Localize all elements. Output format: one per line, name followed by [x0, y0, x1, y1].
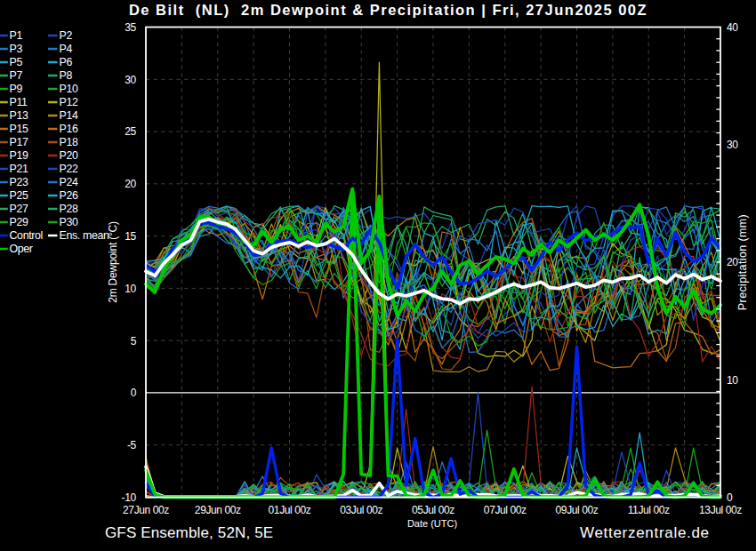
svg-text:P19: P19 — [10, 149, 28, 162]
svg-text:P8: P8 — [60, 69, 73, 82]
svg-text:De Bilt (NL) 2m Dewpoint & P: De Bilt (NL) 2m Dewpoint & Precipitation… — [129, 2, 647, 18]
svg-text:Oper: Oper — [10, 243, 33, 255]
svg-text:01Jul 00z: 01Jul 00z — [269, 504, 311, 516]
svg-text:P15: P15 — [10, 123, 28, 135]
svg-text:P5: P5 — [10, 56, 23, 68]
svg-text:P14: P14 — [60, 109, 78, 122]
svg-text:P30: P30 — [60, 216, 78, 228]
svg-text:Precipitation (mm): Precipitation (mm) — [736, 214, 749, 310]
svg-text:P25: P25 — [10, 189, 28, 202]
svg-text:13Jul 00z: 13Jul 00z — [699, 504, 742, 516]
svg-text:P18: P18 — [60, 136, 78, 148]
svg-text:P21: P21 — [10, 163, 28, 175]
svg-text:P16: P16 — [60, 123, 78, 135]
svg-text:P4: P4 — [60, 43, 73, 55]
svg-text:P3: P3 — [10, 43, 23, 55]
svg-text:5: 5 — [131, 335, 137, 347]
svg-text:27Jun 00z: 27Jun 00z — [123, 504, 169, 516]
svg-text:P6: P6 — [60, 56, 73, 68]
svg-text:-10: -10 — [122, 491, 137, 504]
svg-text:P7: P7 — [10, 69, 23, 82]
svg-text:07Jul 00z: 07Jul 00z — [484, 504, 527, 516]
svg-text:-5: -5 — [127, 439, 137, 451]
svg-text:P26: P26 — [60, 189, 78, 202]
svg-text:11Jul 00z: 11Jul 00z — [628, 504, 670, 516]
svg-text:10: 10 — [727, 374, 738, 387]
svg-text:Ens. mean: Ens. mean — [60, 229, 110, 242]
svg-text:P11: P11 — [10, 96, 28, 108]
svg-text:25: 25 — [125, 125, 136, 138]
svg-text:40: 40 — [727, 21, 738, 34]
svg-text:Date (UTC): Date (UTC) — [407, 518, 457, 529]
svg-text:09Jul 00z: 09Jul 00z — [556, 504, 599, 516]
svg-text:20: 20 — [125, 178, 136, 190]
svg-text:P10: P10 — [60, 83, 78, 95]
svg-text:P1: P1 — [10, 29, 23, 42]
svg-text:30: 30 — [125, 74, 136, 86]
svg-text:Wetterzentrale.de: Wetterzentrale.de — [580, 524, 710, 541]
svg-text:P28: P28 — [60, 203, 78, 215]
svg-text:Control: Control — [10, 229, 44, 242]
svg-text:10: 10 — [125, 283, 136, 295]
svg-text:P22: P22 — [60, 163, 78, 175]
svg-text:P13: P13 — [10, 109, 28, 122]
svg-text:03Jul 00z: 03Jul 00z — [340, 504, 382, 516]
svg-text:29Jun 00z: 29Jun 00z — [195, 504, 241, 516]
svg-text:P29: P29 — [10, 216, 28, 228]
svg-text:P20: P20 — [60, 149, 78, 162]
svg-text:05Jul 00z: 05Jul 00z — [412, 504, 454, 516]
svg-text:P12: P12 — [60, 96, 78, 108]
svg-text:35: 35 — [125, 21, 136, 34]
svg-text:P2: P2 — [60, 29, 73, 42]
svg-text:30: 30 — [727, 139, 738, 151]
svg-text:P24: P24 — [60, 176, 78, 188]
svg-text:GFS Ensemble, 52N, 5E: GFS Ensemble, 52N, 5E — [105, 524, 273, 541]
svg-text:P27: P27 — [10, 203, 28, 215]
svg-text:P9: P9 — [10, 83, 23, 95]
svg-text:15: 15 — [125, 230, 136, 243]
svg-text:P17: P17 — [10, 136, 28, 148]
svg-text:0: 0 — [727, 491, 733, 504]
svg-text:P23: P23 — [10, 176, 28, 188]
svg-text:0: 0 — [131, 387, 137, 399]
